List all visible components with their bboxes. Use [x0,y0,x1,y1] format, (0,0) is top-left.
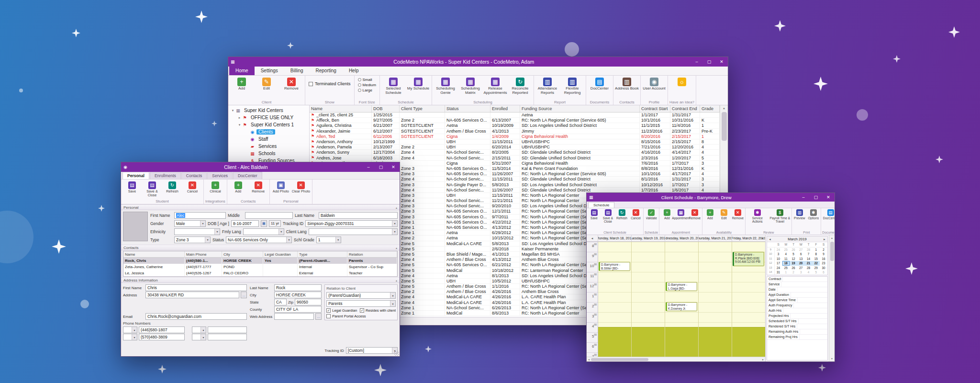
schedule-day-column[interactable] [699,242,732,357]
contact-row[interactable]: Le, Jessica (440)526-1267 PALO CEDRO Ext… [123,270,397,276]
parent-portal-access-checkbox[interactable]: Parent Portal Access [326,314,396,318]
menu-tab[interactable]: Home [229,67,255,75]
column-header[interactable]: DOB [372,105,400,112]
ribbon-button[interactable]: ▥ Attendance Reports [535,77,559,95]
mini-calendar-day[interactable]: 14 [805,257,813,261]
mini-calendar-day[interactable]: 1 [813,248,820,252]
minimize-button[interactable]: – [690,57,703,67]
middle-name-field[interactable] [245,212,293,219]
mini-calendar-day[interactable]: 5 [813,270,820,275]
mini-calendar-day[interactable]: 13 [767,266,775,270]
address-field[interactable]: 30438 WALKER RD [145,292,239,298]
resides-with-client-checkbox[interactable]: ✓ Resides with client [360,308,396,313]
mini-calendar-day[interactable]: 25 [782,266,790,270]
mini-calendar-day[interactable]: 2 [790,270,797,275]
column-header[interactable]: Contract End [670,105,700,112]
close-button[interactable]: ✕ [715,57,728,67]
ribbon-button[interactable]: $ Payroll Time & Travel [769,209,791,224]
client-row[interactable]: ⚑Anderson, Pamela 2/13/2007 Zone 2 UBH 6… [310,145,720,150]
ribbon-button[interactable]: ✕ Remove [249,180,268,193]
column-header[interactable]: Funding Source [520,105,640,112]
school-grade-select[interactable]: 1▾ [316,237,341,243]
ribbon-button[interactable]: ▣ Add Photo [271,180,290,193]
tree-item[interactable]: ◉ Clients [228,128,309,135]
next-month-icon[interactable]: ► [823,238,826,241]
schedule-day-column[interactable]: D.Barrymore - R.Plank [BID:606] 9:00 AM-… [732,242,765,357]
tree-item[interactable]: ▸ ⚑ OFFICE USE ONLY [228,114,309,121]
mini-calendar-day[interactable]: 4 [782,252,790,257]
mini-calendar-day[interactable]: 10 [767,252,775,257]
font-size-option[interactable]: Large [358,88,376,92]
ribbon-button[interactable]: ✕ Cancel [183,180,202,193]
maximize-button[interactable]: ▢ [703,57,715,67]
ribbon-button[interactable]: ✕ Remove [731,209,744,220]
zip-field[interactable]: 96050 [295,299,322,305]
next-week-icon[interactable]: ► [761,237,764,240]
ribbon-button[interactable]: ✱ Options [807,209,820,220]
mini-calendar-day[interactable]: 9 [767,248,775,252]
client-row[interactable]: ⚑_client 25, client 25 1/25/2015 Aetna 1… [310,113,720,118]
scrollbar-thumb[interactable] [591,358,648,361]
ribbon-button[interactable]: + Clinical [206,180,225,193]
day-header[interactable]: Thursday, March 21, 2019 [699,235,732,241]
relation-select[interactable]: (Parent/Guardian)▾ [326,292,396,299]
calendar-event[interactable]: D.Barrymore - L.Gaga [BD-LAUSD:606] 12:0… [666,282,697,291]
mini-calendar-day[interactable]: 13 [797,257,805,261]
phone-field[interactable] [208,327,247,333]
main-title-bar[interactable]: ▦ CodeMetro NPAWorks - Super Kid Centers… [228,57,728,67]
client-row[interactable]: ⚑Andres, Jose 6/18/2003 Zone 4 NA-School… [310,156,720,161]
collapse-icon[interactable]: ▴ [396,279,397,282]
web-open-button[interactable]: … [315,313,322,320]
state-field[interactable]: CA [274,299,287,305]
gender-select[interactable]: Male▾ [174,220,206,227]
web-address-field[interactable] [274,313,314,320]
scroll-left-icon[interactable]: ◄ [588,358,590,361]
ribbon-button[interactable]: ✕ Remove [688,209,701,220]
schedule-title-bar[interactable]: ▦ Client Schedule - Barrymore, Drew – ▢ … [587,193,835,202]
column-header[interactable]: Relation [347,251,397,257]
column-header[interactable]: Legal Guardian [263,251,298,257]
schedule-day-column[interactable] [632,242,665,357]
expander-icon[interactable]: ▾ [230,109,235,113]
ribbon-button[interactable]: ✓ Validate [645,209,658,220]
scroll-up-icon[interactable]: ▲ [831,235,833,241]
calendar-event[interactable]: D.Barrymore - B.Stiller [BD-LAUSD:606] 1… [599,262,630,271]
minimize-button[interactable]: – [797,193,810,202]
close-button[interactable]: ✕ [822,193,835,202]
family-language-select[interactable]: ▾ [243,228,284,235]
last-name-field[interactable]: Baldwin [319,212,398,219]
schedule-day-column[interactable]: D.Barrymore - B.Stiller [BD-LAUSD:606] 1… [598,242,632,357]
scroll-up-icon[interactable]: ▲ [723,105,725,111]
font-size-option[interactable]: Small [358,78,376,82]
tree-item[interactable]: ▾ ▦ Super Kid Centers [228,107,309,114]
horizontal-scrollbar[interactable]: ◄ ► [587,357,765,361]
ribbon-button[interactable]: ✕ Cancel [629,209,642,220]
prev-month-icon[interactable]: ◄ [768,238,771,241]
client-row[interactable]: ⚑Anderson, Anthony 10/12/1999 UBH 11/15/… [310,139,720,145]
mini-calendar-day[interactable]: 21 [805,261,813,266]
ribbon-button[interactable]: ↻ Refresh [615,209,628,220]
column-header[interactable]: Enrolled [490,105,520,112]
expander-icon[interactable]: ▸ [237,116,242,120]
column-header[interactable]: Client Type [400,105,445,112]
client-row[interactable]: ⚑Affleck, Ben 9/27/2005 Zone 2 NA-605 Se… [310,118,720,123]
phone-type-select[interactable]: ▾ [192,334,206,340]
mini-calendar-day[interactable]: 30 [820,266,827,270]
contact-row[interactable]: Rock, Chris (440)580-1... HORSE CREEK Ye… [123,258,397,264]
mini-calendar-day[interactable]: 6 [797,252,805,257]
phone-type-select[interactable]: ▾ [123,327,137,333]
ribbon-button[interactable]: ▤ Save [588,209,601,220]
ribbon-button[interactable]: ▥ Address Book [615,77,639,91]
mini-calendar-day[interactable]: 31 [775,270,782,275]
county-field[interactable]: CITY OF LA [274,306,322,313]
address-section-header[interactable]: Address Information ▴ [121,277,400,283]
mini-calendar-day[interactable]: 25 [782,248,790,252]
mini-calendar-day[interactable]: 20 [797,261,805,266]
mini-calendar-day[interactable]: 18 [782,261,790,266]
ribbon-button[interactable]: ↻ Reconcile Reported Times [508,77,532,95]
client-tab[interactable]: Services [207,172,233,179]
client-tab[interactable]: Contacts [181,172,207,179]
client-row[interactable]: ⚑Anderson, Sunny 12/17/2004 Zone 4 NA-Sc… [310,150,720,155]
phone-field[interactable] [208,334,247,340]
ribbon-button[interactable]: ✎ Edit [717,209,730,220]
